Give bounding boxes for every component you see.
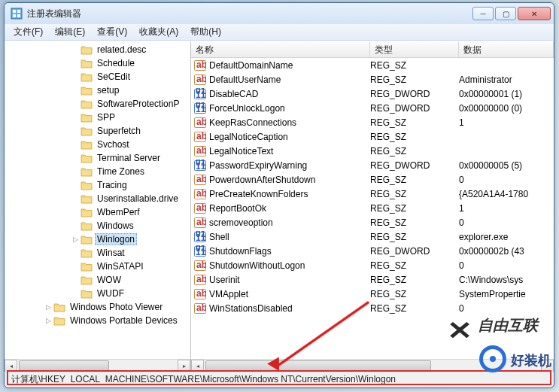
list-row[interactable]: PasswordExpiryWarningREG_DWORD0x00000005… [191,158,554,172]
maximize-button[interactable]: ▢ [495,7,516,20]
menu-favorites[interactable]: 收藏夹(A) [133,24,184,40]
list-row[interactable]: VMAppletREG_SZSystemPropertie [191,287,554,301]
expand-icon[interactable] [71,248,80,257]
binary-value-icon [194,102,206,114]
tree-item[interactable]: Userinstallable.drive [5,192,190,205]
folder-icon [81,248,93,258]
col-type[interactable]: 类型 [370,41,459,57]
value-type: REG_SZ [370,232,459,242]
value-type: REG_DWORD [370,103,459,114]
expand-icon[interactable] [71,208,80,217]
list-row[interactable]: ShutdownFlagsREG_DWORD0x0000002b (43 [191,244,554,258]
tree-item-label: Schedule [95,57,137,69]
list-row[interactable]: ReportBootOkREG_SZ1 [191,201,554,215]
list-row[interactable]: LegalNoticeTextREG_SZ [191,144,554,158]
value-name: scremoveoption [209,217,370,228]
value-name: PowerdownAfterShutdown [209,175,370,185]
tree-item[interactable]: ▷Winlogon [5,232,190,246]
list-row[interactable]: DefaultUserNameREG_SZAdministrator [191,72,554,87]
list-row[interactable]: LegalNoticeCaptionREG_SZ [191,129,554,144]
list-panel: 名称 类型 数据 DefaultDomainNameREG_SZDefaultU… [191,41,554,372]
list-row[interactable]: ShutdownWithoutLogonREG_SZ0 [191,258,554,272]
list-row[interactable]: DefaultDomainNameREG_SZ [191,58,554,72]
expand-icon[interactable] [71,99,80,108]
expand-icon[interactable] [71,126,80,135]
menu-file[interactable]: 文件(F) [8,24,49,40]
expand-icon[interactable]: ▷ [44,302,53,311]
expand-icon[interactable] [71,194,80,203]
expand-icon[interactable]: ▷ [44,316,53,325]
binary-value-icon [194,160,206,172]
tree-item[interactable]: Superfetch [5,124,190,138]
list-row[interactable]: UserinitREG_SZC:\Windows\sys [191,272,554,287]
tree-item[interactable]: Winsat [5,246,190,260]
tree-item[interactable]: Svchost [5,138,190,151]
tree-item[interactable]: SPP [5,111,190,124]
tree-item[interactable]: Time Zones [5,165,190,178]
expand-icon[interactable] [71,289,80,298]
tree-item[interactable]: Tracing [5,178,190,192]
menu-help[interactable]: 帮助(H) [184,24,227,40]
tree-item[interactable]: ▷Windows Portable Devices [5,314,190,327]
tree-item-label: SoftwareProtectionP [95,98,181,110]
expand-icon[interactable] [71,181,80,190]
expand-icon[interactable] [71,72,80,81]
expand-icon[interactable] [71,275,80,284]
close-button[interactable]: ✕ [518,7,551,20]
list-row[interactable]: KeepRasConnectionsREG_SZ1 [191,115,554,129]
tree-item[interactable]: Schedule [5,56,190,70]
tree-item-label: SPP [95,111,117,123]
tree-item[interactable]: Windows [5,219,190,232]
tree-item-label: SeCEdit [95,71,132,83]
scroll-thumb[interactable] [19,360,109,371]
minimize-button[interactable]: ─ [472,7,494,20]
expand-icon[interactable] [71,221,80,230]
string-value-icon [194,59,206,71]
list-view[interactable]: DefaultDomainNameREG_SZDefaultUserNameRE… [191,58,554,356]
titlebar[interactable]: 注册表编辑器 ─ ▢ ✕ [5,3,554,24]
value-name: Userinit [209,275,370,285]
expand-icon[interactable] [71,113,80,122]
col-data[interactable]: 数据 [459,41,554,57]
list-row[interactable]: PreCreateKnownFoldersREG_SZ{A520A1A4-178… [191,187,554,201]
value-name: KeepRasConnections [209,117,370,128]
expand-icon[interactable] [71,45,80,54]
list-row[interactable]: PowerdownAfterShutdownREG_SZ0 [191,172,554,187]
tree-item[interactable]: WbemPerf [5,205,190,219]
value-name: PreCreateKnownFolders [209,189,370,199]
string-value-icon [194,74,206,86]
expand-icon[interactable] [71,167,80,176]
tree-item[interactable]: WOW [5,273,190,287]
statusbar-path: 计算机\HKEY_LOCAL_MACHINE\SOFTWARE\Microsof… [7,370,551,385]
value-name: VMApplet [209,289,370,299]
tree-item[interactable]: setup [5,84,190,97]
menu-edit[interactable]: 编辑(E) [49,24,91,40]
expand-icon[interactable] [71,262,80,271]
list-row[interactable]: WinStationsDisabledREG_SZ0 [191,301,554,315]
list-row[interactable]: ShellREG_SZexplorer.exe [191,229,554,244]
tree-item[interactable]: SeCEdit [5,70,190,84]
folder-icon [53,315,65,326]
expand-icon[interactable] [71,153,80,163]
tree-item-label: Tracing [95,179,129,191]
tree-item[interactable]: Terminal Server [5,151,190,165]
expand-icon[interactable]: ▷ [71,235,80,244]
folder-icon [81,234,93,245]
scroll-thumb[interactable] [205,360,431,371]
expand-icon[interactable] [71,140,80,149]
tree-item[interactable]: SoftwareProtectionP [5,97,190,111]
list-row[interactable]: DisableCADREG_DWORD0x00000001 (1) [191,87,554,101]
expand-icon[interactable] [71,59,80,68]
list-row[interactable]: ForceUnlockLogonREG_DWORD0x00000000 (0) [191,101,554,115]
tree-item[interactable]: WinSATAPI [5,260,190,273]
tree-item[interactable]: related.desc [5,43,190,56]
tree-item[interactable]: WUDF [5,287,190,300]
string-value-icon [194,202,206,214]
tree-view[interactable]: related.descScheduleSeCEditsetupSoftware… [5,41,190,356]
col-name[interactable]: 名称 [191,41,370,57]
expand-icon[interactable] [71,86,80,95]
menu-view[interactable]: 查看(V) [91,24,133,40]
tree-item[interactable]: ▷Windows Photo Viewer [5,300,190,314]
tree-item-label: WbemPerf [95,206,142,218]
list-row[interactable]: scremoveoptionREG_SZ0 [191,215,554,229]
